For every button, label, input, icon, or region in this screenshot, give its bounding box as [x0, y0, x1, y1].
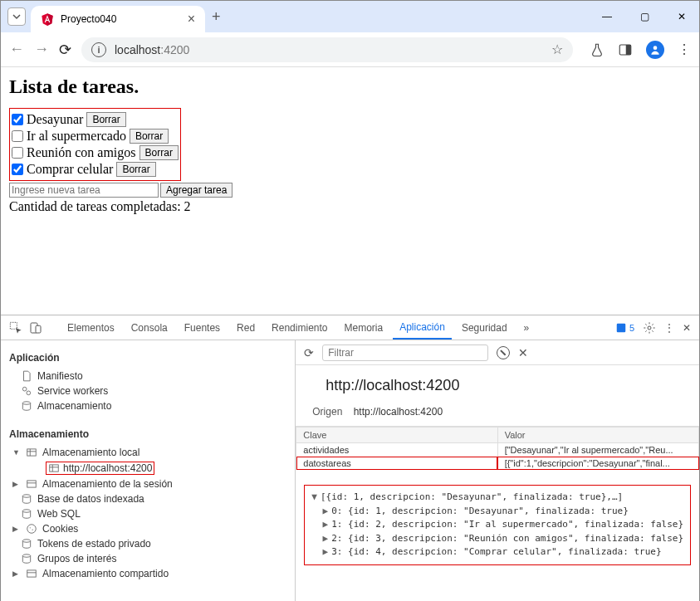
forward-button[interactable]: → — [34, 41, 49, 58]
task-checkbox[interactable] — [12, 147, 23, 159]
sidebar-item-local-storage-origin[interactable]: http://localhost:4200 — [9, 460, 286, 476]
window-controls: — ▢ ✕ — [595, 7, 693, 26]
profile-icon[interactable] — [646, 41, 664, 59]
application-sidebar: Aplicación Manifiesto Service workers Al… — [1, 340, 296, 601]
sidebar-item-service-workers[interactable]: Service workers — [9, 384, 286, 398]
devtools-tab-performance[interactable]: Rendimiento — [265, 317, 334, 339]
preview-line[interactable]: ▶2: {id: 3, descripcion: "Reunión con am… — [311, 532, 683, 546]
svg-rect-11 — [27, 449, 37, 456]
sidebar-item-storage[interactable]: Almacenamiento — [9, 398, 286, 413]
issue-icon — [615, 322, 627, 334]
delete-button[interactable]: Borrar — [86, 112, 125, 127]
page-heading: Lista de tareas. — [9, 76, 691, 98]
flask-icon[interactable] — [590, 42, 605, 57]
delete-button[interactable]: Borrar — [116, 162, 155, 177]
task-checkbox[interactable] — [12, 130, 23, 142]
chevron-right-icon: ▶ — [12, 525, 21, 533]
col-key[interactable]: Clave — [296, 428, 497, 443]
svg-rect-14 — [50, 465, 59, 472]
sidebar-item-indexeddb[interactable]: Base de datos indexada — [9, 491, 286, 506]
database-icon — [21, 553, 32, 564]
devtools-close-icon[interactable]: ✕ — [683, 322, 691, 334]
sidebar-item-session-storage[interactable]: ▶ Almacenamiento de la sesión — [9, 476, 286, 491]
svg-point-23 — [32, 530, 33, 530]
devtools-tab-application[interactable]: Aplicación — [393, 316, 452, 340]
storage-row-selected[interactable]: datostareas [{"id":1,"descripcion":"Desa… — [296, 457, 699, 470]
browser-tab[interactable]: Proyecto040 × — [31, 6, 205, 32]
close-window-button[interactable]: ✕ — [671, 7, 693, 26]
sidebar-item-manifest[interactable]: Manifiesto — [9, 369, 286, 384]
panel-icon[interactable] — [618, 42, 633, 57]
sidebar-item-websql[interactable]: Web SQL — [9, 506, 286, 521]
devtools-tab-bar: Elementos Consola Fuentes Red Rendimient… — [1, 315, 699, 340]
cookie-icon — [26, 523, 37, 535]
sidebar-item-cookies[interactable]: ▶ Cookies — [9, 521, 286, 536]
sidebar-section-application: Aplicación — [9, 352, 286, 364]
task-row: Comprar celular Borrar — [12, 162, 179, 177]
chevron-down-icon: ▼ — [12, 448, 21, 457]
database-icon — [21, 508, 32, 520]
bookmark-star-icon[interactable]: ☆ — [551, 42, 563, 57]
new-task-input[interactable] — [9, 183, 159, 198]
page-content: Lista de tareas. Desayunar Borrar Ir al … — [1, 67, 699, 222]
maximize-button[interactable]: ▢ — [634, 7, 656, 26]
svg-point-9 — [27, 391, 31, 395]
url-text: localhost:4200 — [115, 43, 189, 56]
preview-line[interactable]: ▶0: {id: 1, descripcion: "Desayunar", fi… — [311, 505, 683, 519]
task-label: Desayunar — [27, 112, 83, 127]
database-icon — [21, 493, 32, 505]
svg-rect-26 — [27, 570, 37, 577]
add-task-button[interactable]: Agregar tarea — [160, 183, 233, 198]
new-tab-button[interactable]: + — [212, 8, 221, 26]
task-checkbox[interactable] — [12, 164, 23, 175]
devtools-tab-memory[interactable]: Memoria — [337, 317, 389, 339]
add-task-row: Agregar tarea — [9, 183, 691, 198]
svg-point-21 — [27, 525, 37, 534]
preview-line[interactable]: ▶1: {id: 2, descripcion: "Ir al supermer… — [311, 518, 683, 532]
clear-icon[interactable] — [497, 346, 510, 359]
sidebar-section-storage: Almacenamiento — [9, 428, 286, 440]
delete-button[interactable]: Borrar — [130, 129, 169, 144]
device-icon[interactable] — [29, 321, 42, 335]
tab-list-dropdown[interactable] — [7, 7, 26, 26]
devtools-tab-more[interactable]: » — [517, 317, 536, 339]
preview-line[interactable]: ▶3: {id: 4, descripcion: "Comprar celula… — [311, 545, 683, 559]
delete-button[interactable]: Borrar — [140, 145, 179, 160]
back-button[interactable]: ← — [9, 41, 24, 58]
tab-close-icon[interactable]: × — [188, 12, 195, 27]
devtools-tab-sources[interactable]: Fuentes — [178, 317, 227, 339]
devtools-tab-elements[interactable]: Elementos — [61, 317, 121, 339]
storage-row[interactable]: actividades ["Desayunar","Ir al supermer… — [296, 443, 699, 457]
issues-badge[interactable]: 5 — [615, 322, 634, 334]
devtools-tab-console[interactable]: Consola — [125, 317, 174, 339]
site-info-icon[interactable]: i — [91, 42, 106, 57]
table-icon — [26, 447, 37, 458]
devtools-tab-security[interactable]: Seguridad — [455, 317, 514, 339]
sidebar-item-local-storage[interactable]: ▼ Almacenamiento local — [9, 445, 286, 460]
task-checkbox[interactable] — [12, 114, 23, 125]
sidebar-item-interest-groups[interactable]: Grupos de interés — [9, 551, 286, 566]
kebab-menu-icon[interactable]: ⋮ — [678, 42, 691, 57]
minimize-button[interactable]: — — [595, 7, 619, 26]
devtools-menu-icon[interactable]: ⋮ — [664, 322, 674, 334]
table-icon — [26, 478, 37, 490]
settings-icon[interactable] — [643, 321, 656, 335]
sidebar-item-shared-storage[interactable]: ▶ Almacenamiento compartido — [9, 566, 286, 581]
svg-point-8 — [22, 387, 27, 391]
task-label: Comprar celular — [27, 162, 113, 177]
col-value[interactable]: Valor — [497, 428, 698, 443]
svg-point-2 — [653, 46, 658, 50]
delete-entry-icon[interactable]: ✕ — [518, 346, 528, 359]
svg-rect-5 — [36, 325, 41, 333]
refresh-icon[interactable]: ⟳ — [304, 346, 314, 359]
preview-head[interactable]: ▼[{id: 1, descripcion: "Desayunar", fina… — [311, 491, 683, 505]
reload-button[interactable]: ⟳ — [59, 41, 71, 59]
storage-toolbar: ⟳ ✕ — [296, 340, 699, 365]
filter-input[interactable] — [322, 344, 488, 361]
chevron-right-icon: ▶ — [12, 480, 21, 488]
devtools-tab-network[interactable]: Red — [230, 317, 262, 339]
url-field[interactable]: i localhost:4200 ☆ — [81, 37, 573, 62]
inspect-icon[interactable] — [9, 321, 22, 335]
sidebar-item-private-state-tokens[interactable]: Tokens de estado privado — [9, 536, 286, 551]
tab-title: Proyecto040 — [61, 13, 181, 25]
